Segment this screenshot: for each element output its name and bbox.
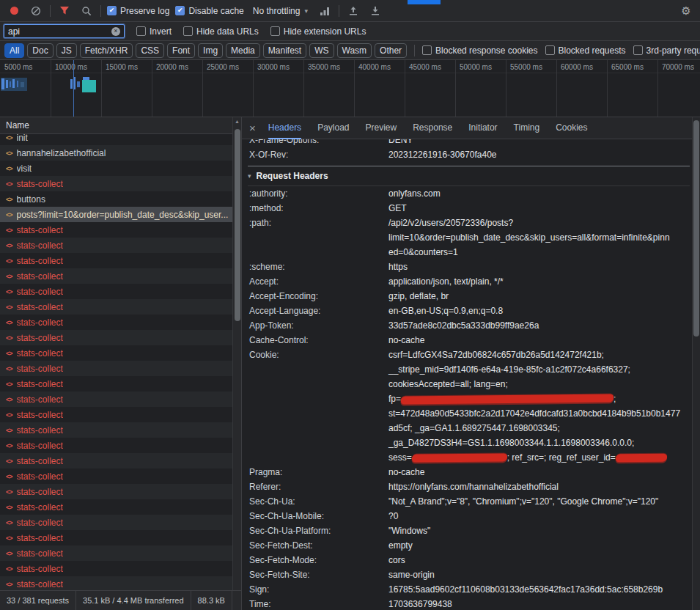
request-list-panel: Name <>init<>hannahelizabethofficial<>vi… (0, 117, 242, 610)
type-filter-doc[interactable]: Doc (27, 43, 53, 58)
tab-preview[interactable]: Preview (366, 117, 397, 139)
scrollbar-thumb[interactable] (693, 120, 699, 337)
type-filter-css[interactable]: CSS (136, 43, 164, 58)
record-button[interactable] (6, 3, 22, 19)
request-row[interactable]: <>stats-collect (0, 222, 241, 238)
request-row[interactable]: <>stats-collect (0, 453, 241, 468)
type-filter-all[interactable]: All (4, 43, 24, 58)
request-row[interactable]: <>stats-collect (0, 499, 241, 515)
export-har-button[interactable] (345, 3, 361, 19)
request-row[interactable]: <>stats-collect (0, 545, 241, 561)
network-toolbar: ✔ Preserve log ✔ Disable cache No thrott… (0, 0, 700, 22)
details-scrollbar[interactable] (692, 117, 700, 610)
request-error-icon: <> (6, 427, 12, 434)
request-row[interactable]: <>stats-collect (0, 284, 241, 299)
request-row[interactable]: <>stats-collect (0, 238, 241, 253)
request-row[interactable]: <>stats-collect (0, 268, 241, 284)
request-row[interactable]: <>stats-collect (0, 407, 241, 422)
request-list-scrollbar[interactable]: ▲ (232, 117, 241, 590)
type-filter-wasm[interactable]: Wasm (337, 43, 372, 58)
request-row[interactable]: <>visit (0, 161, 241, 176)
timeline-tick-label: 35000 ms (308, 63, 340, 71)
scroll-up-icon[interactable]: ▲ (233, 119, 241, 124)
type-filter-img[interactable]: Img (198, 43, 223, 58)
request-name: stats-collect (17, 240, 63, 251)
search-button[interactable] (78, 3, 95, 19)
type-filter-chips: AllDocJSFetch/XHRCSSFontImgMediaManifest… (4, 43, 407, 58)
type-filter-manifest[interactable]: Manifest (263, 43, 306, 58)
network-overview-timeline[interactable]: 5000 ms10000 ms15000 ms20000 ms25000 ms3… (0, 60, 700, 117)
settings-button[interactable]: ⚙ (678, 3, 694, 19)
tab-payload[interactable]: Payload (317, 117, 349, 139)
request-row[interactable]: <>stats-collect (0, 468, 241, 484)
request-error-icon: <> (6, 534, 12, 542)
waterfall-bar (12, 79, 15, 88)
request-row[interactable]: <>stats-collect (0, 361, 241, 376)
request-row[interactable]: <>stats-collect (0, 576, 241, 590)
scrollbar-thumb[interactable] (235, 129, 240, 321)
request-row[interactable]: <>stats-collect (0, 376, 241, 392)
tab-cookies[interactable]: Cookies (556, 117, 587, 139)
tab-initiator[interactable]: Initiator (468, 117, 497, 139)
import-har-button[interactable] (367, 3, 383, 19)
request-name: init (17, 134, 28, 143)
request-row[interactable]: <>stats-collect (0, 530, 241, 545)
type-filter-other[interactable]: Other (375, 43, 407, 58)
filter-input[interactable] (8, 26, 108, 37)
type-filter-ws[interactable]: WS (309, 43, 334, 58)
response-headers-partial: X-Frame-Options:DENYX-Of-Rev:20231226191… (248, 139, 690, 162)
type-filter-js[interactable]: JS (56, 43, 77, 58)
header-name: App-Token: (249, 318, 381, 333)
request-name: stats-collect (17, 502, 63, 512)
request-row[interactable]: <>stats-collect (0, 345, 241, 361)
hide-extension-urls-checkbox[interactable]: Hide extension URLs (270, 26, 366, 37)
close-icon[interactable]: × (249, 122, 256, 134)
type-filter-font[interactable]: Font (167, 43, 195, 58)
redaction-scribble (615, 454, 668, 463)
request-error-icon: <> (6, 288, 12, 295)
request-row[interactable]: <>stats-collect (0, 392, 241, 407)
filter-toggle-button[interactable] (56, 3, 73, 19)
request-error-icon: <> (6, 488, 12, 496)
request-row[interactable]: <>buttons (0, 191, 241, 207)
tab-headers[interactable]: Headers (268, 117, 301, 139)
request-name: visit (17, 163, 32, 174)
clear-filter-icon[interactable]: × (111, 27, 120, 36)
checkbox-unchecked-icon (633, 45, 643, 55)
transferred-size: 35.1 kB / 4.4 MB transferred (76, 591, 191, 610)
disable-cache-checkbox[interactable]: ✔ Disable cache (175, 6, 243, 16)
name-column-header[interactable]: Name (0, 117, 241, 134)
request-row[interactable]: <>stats-collect (0, 484, 241, 499)
request-row[interactable]: <>stats-collect (0, 438, 241, 453)
request-error-icon: <> (6, 581, 12, 588)
header-row: Referer:https://onlyfans.com/hannaheliza… (248, 479, 690, 494)
request-row[interactable]: <>stats-collect (0, 330, 241, 345)
request-error-icon: <> (6, 242, 12, 249)
request-row[interactable]: <>stats-collect (0, 561, 241, 576)
preserve-log-checkbox[interactable]: ✔ Preserve log (107, 6, 169, 16)
request-row[interactable]: <>stats-collect (0, 315, 241, 330)
third-party-requests-checkbox[interactable]: 3rd-party requests (633, 45, 700, 56)
request-row[interactable]: <>stats-collect (0, 515, 241, 530)
tab-timing[interactable]: Timing (514, 117, 540, 139)
request-row[interactable]: <>stats-collect (0, 253, 241, 268)
request-name: stats-collect (17, 333, 63, 343)
network-conditions-button[interactable] (317, 3, 333, 19)
invert-checkbox[interactable]: Invert (136, 26, 172, 37)
type-filter-media[interactable]: Media (226, 43, 260, 58)
request-row[interactable]: <>stats-collect (0, 299, 241, 315)
clear-network-log-button[interactable] (28, 3, 44, 19)
blocked-requests-checkbox[interactable]: Blocked requests (545, 45, 626, 56)
type-filter-fetch-xhr[interactable]: Fetch/XHR (80, 43, 133, 58)
request-headers-section-header[interactable]: ▾ Request Headers (248, 166, 690, 186)
request-row[interactable]: <>stats-collect (0, 422, 241, 438)
throttling-select[interactable]: No throttling ▾ (250, 4, 311, 18)
request-row-selected[interactable]: <>posts?limit=10&order=publish_date_desc… (0, 207, 241, 222)
tab-response[interactable]: Response (413, 117, 452, 139)
hide-data-urls-checkbox[interactable]: Hide data URLs (183, 26, 259, 37)
request-row[interactable]: <>hannahelizabethofficial (0, 145, 241, 161)
request-row[interactable]: <>init (0, 134, 241, 145)
header-value: 202312261916-30670fa40e (388, 147, 690, 162)
blocked-response-cookies-checkbox[interactable]: Blocked response cookies (422, 45, 537, 56)
request-row[interactable]: <>stats-collect (0, 176, 241, 191)
